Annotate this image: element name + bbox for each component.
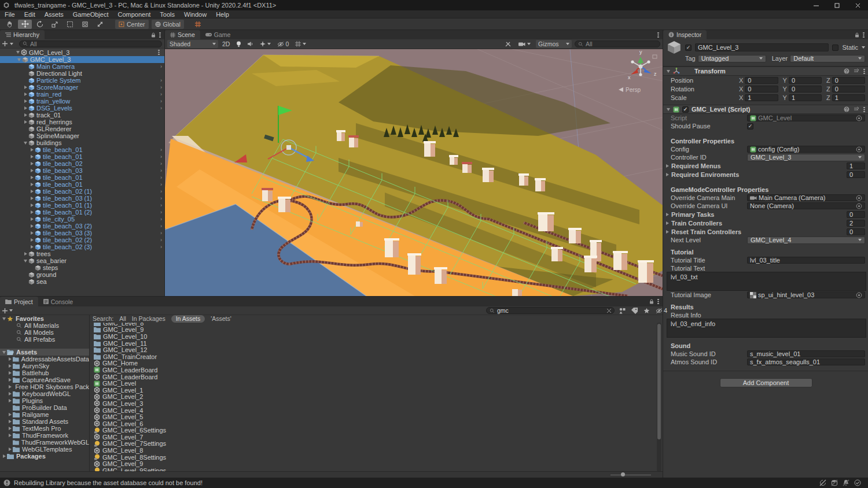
hierarchy-row[interactable]: tile_beach_01 (1)› [0,202,164,209]
object-field[interactable]: config (Config) [747,146,865,153]
grid-snap-button[interactable] [191,20,205,29]
panel-menu-icon[interactable] [657,32,659,38]
menu-item-file[interactable]: File [0,11,20,18]
tag-dropdown[interactable]: Untagged [698,55,766,62]
auto-refresh-disabled-icon[interactable] [819,479,826,486]
foldout-closed-icon[interactable] [23,120,28,124]
help-icon[interactable] [844,106,849,112]
checkbox[interactable]: ✓ [685,45,692,51]
tab-hierarchy[interactable]: Hierarchy [0,30,45,39]
scrollbar-thumb[interactable] [657,324,661,439]
hidden-objects-button[interactable]: 0 [275,40,291,48]
project-folder-row[interactable]: WebGLTemplates [0,446,89,453]
prefab-chevron-icon[interactable]: › [160,84,162,90]
foldout-closed-icon[interactable] [29,183,35,186]
search-by-type-icon[interactable] [619,308,626,314]
project-result-row[interactable]: GMC_Level_10 [91,333,656,340]
transform-z-field[interactable]: 0 [832,77,865,84]
foldout-closed-icon[interactable] [23,113,28,117]
foldout-closed-icon[interactable] [29,224,35,228]
foldout-closed-icon[interactable] [7,364,13,368]
dropdown-field[interactable]: GMC_Level_3 [747,154,865,161]
transform-x-field[interactable]: 0 [745,77,778,84]
scene-viewport[interactable]: y z x Persp [165,49,663,296]
move-tool-button[interactable] [18,20,32,29]
hierarchy-row[interactable]: trees [0,250,164,257]
object-picker-icon[interactable] [856,195,862,201]
add-icon[interactable] [2,41,8,46]
number-field[interactable]: 0 [847,228,865,235]
foldout-closed-icon[interactable] [7,371,13,375]
clear-search-icon[interactable] [607,309,611,313]
project-result-row[interactable]: GMC_Level_7 [91,434,656,441]
tab-inspector[interactable]: Inspector [663,30,707,39]
foldout-closed-icon[interactable] [29,176,35,179]
panel-menu-icon[interactable] [657,298,659,305]
hierarchy-row[interactable]: train_red› [0,91,164,98]
foldout-closed-icon[interactable] [7,448,13,451]
transform-component-header[interactable]: Transform [663,66,868,76]
layer-dropdown[interactable]: Default [790,55,865,62]
chevron-down-icon[interactable] [10,43,13,45]
hierarchy-row[interactable]: red_herrings [0,119,164,125]
prefab-chevron-icon[interactable]: › [160,230,162,236]
search-by-label-icon[interactable] [631,308,638,314]
project-result-row[interactable]: GMC_Level_12 [91,346,656,353]
foldout-closed-icon[interactable] [29,190,35,193]
favorites-item-row[interactable]: All Materials [0,322,89,329]
project-search-input[interactable]: gmc [486,307,615,314]
prefab-chevron-icon[interactable]: › [160,188,162,194]
project-result-row[interactable]: GMC_Level_2 [91,394,656,401]
foldout-closed-icon[interactable] [29,217,35,221]
project-result-row[interactable]: GMC_Home [91,360,656,367]
project-folder-row[interactable]: KeyboardWebGL [0,390,89,397]
object-picker-icon[interactable] [856,292,862,298]
cache-server-disabled-icon[interactable] [831,479,838,486]
foldout-closed-icon[interactable] [666,213,669,216]
panel-menu-icon[interactable] [159,32,161,38]
component-menu-icon[interactable] [863,106,865,113]
transform-tool-button[interactable] [78,20,92,29]
rect-tool-button[interactable] [63,20,77,29]
favorites-root-row[interactable]: Favorites [0,315,89,322]
foldout-closed-icon[interactable] [29,210,35,214]
scale-tool-button[interactable] [48,20,62,29]
transform-y-field[interactable]: 1 [789,94,822,101]
foldout-closed-icon[interactable] [23,93,28,96]
number-field[interactable]: 2 [847,220,865,227]
project-result-row[interactable]: GMC_Level_8Settings [91,454,656,461]
object-picker-icon[interactable] [856,115,862,121]
tab-scene[interactable]: Scene [165,30,200,39]
menu-item-tools[interactable]: Tools [155,11,179,18]
prefab-chevron-icon[interactable]: › [160,105,162,111]
collab-disabled-icon[interactable] [843,479,849,486]
hierarchy-row[interactable]: tile_beach_01› [0,174,164,181]
object-picker-icon[interactable] [856,203,862,209]
transform-z-field[interactable]: 1 [832,94,865,101]
prefab-chevron-icon[interactable]: › [160,98,162,104]
foldout-closed-icon[interactable] [29,204,35,207]
hierarchy-row[interactable]: buildings [0,139,164,146]
foldout-closed-icon[interactable] [666,230,669,234]
hierarchy-scene-row[interactable]: GMC_Level_3 [0,49,164,56]
foldout-open-icon[interactable] [1,351,7,354]
menu-item-window[interactable]: Window [179,11,211,18]
hierarchy-row[interactable]: tile_beach_01› [0,146,164,153]
prefab-chevron-icon[interactable]: › [160,195,162,201]
hierarchy-row[interactable]: tile_beach_03 (2)› [0,223,164,230]
object-field[interactable]: None (Camera) [747,202,865,209]
foldout-open-icon[interactable] [16,58,22,61]
project-folder-row[interactable]: Railgame [0,411,89,418]
object-field[interactable]: Main Camera (Camera) [747,194,865,201]
menu-item-assets[interactable]: Assets [40,11,68,18]
pivot-global-button[interactable]: Global [152,20,184,29]
project-folder-row[interactable]: Battlehub [0,369,89,376]
hierarchy-row[interactable]: sea [0,278,164,285]
project-result-row[interactable]: GMC_Level_1 [91,387,656,394]
foldout-closed-icon[interactable] [7,413,13,416]
transform-z-field[interactable]: 0 [832,86,865,93]
menu-item-gameobject[interactable]: GameObject [68,11,113,18]
prefab-chevron-icon[interactable]: › [160,244,162,250]
hierarchy-search-input[interactable]: All [19,40,162,47]
foldout-open-icon[interactable] [1,317,7,320]
